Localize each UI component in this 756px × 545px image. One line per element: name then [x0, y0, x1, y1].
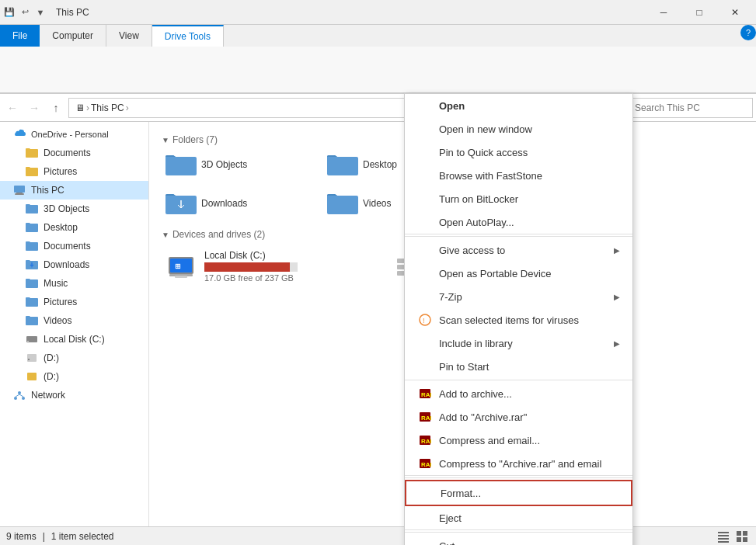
ctx-add-rar[interactable]: RAR Add to "Archive.rar"	[405, 405, 632, 429]
ctx-bitlocker-icon	[417, 191, 433, 207]
search-box[interactable]: 🔍	[613, 98, 753, 118]
documents2-icon	[25, 239, 39, 253]
ctx-add-archive-icon: RAR	[417, 386, 433, 401]
ctx-give-access-label: Give access to	[439, 245, 505, 256]
ctx-format-label: Format...	[441, 488, 481, 499]
d-drive2-icon	[25, 370, 39, 384]
ctx-open-portable[interactable]: Open as Portable Device	[405, 262, 632, 285]
svg-point-25	[420, 314, 430, 325]
sidebar-item-onedrive[interactable]: OneDrive - Personal	[0, 125, 148, 144]
svg-point-10	[14, 397, 17, 400]
ctx-eject[interactable]: Eject	[405, 506, 632, 530]
music-label: Music	[44, 278, 142, 289]
title-bar: 💾 ↩ ▼ This PC ─ □ ✕	[0, 0, 756, 25]
up-button[interactable]: ↑	[47, 99, 65, 117]
folder-desktop-name: Desktop	[363, 159, 397, 170]
close-button[interactable]: ✕	[717, 0, 753, 25]
ctx-compress-email[interactable]: RAR Compress and email...	[405, 429, 632, 452]
ctx-autoplay[interactable]: Open AutoPlay...	[405, 210, 632, 234]
ctx-open[interactable]: Open	[405, 94, 632, 117]
ctx-add-rar-icon: RAR	[417, 409, 433, 425]
ribbon-content	[0, 47, 756, 93]
ctx-compress-rar-email[interactable]: RAR Compress to "Archive.rar" and email	[405, 452, 632, 476]
ctx-bitlocker[interactable]: Turn on BitLocker	[405, 187, 632, 210]
tab-drive-tools[interactable]: Drive Tools	[152, 25, 224, 47]
status-spacer: |	[43, 531, 45, 542]
ribbon-tab-bar: File Computer View Drive Tools ?	[0, 25, 756, 47]
ctx-sep3	[405, 477, 632, 478]
sidebar-item-pictures2[interactable]: Pictures	[0, 293, 148, 311]
sidebar-item-music[interactable]: Music	[0, 274, 148, 293]
ctx-scan-viruses[interactable]: ! Scan selected items for viruses	[405, 308, 632, 332]
sidebar-item-videos[interactable]: Videos	[0, 311, 148, 330]
pictures2-label: Pictures	[44, 297, 142, 307]
details-view-icon[interactable]	[716, 529, 731, 544]
ctx-add-rar-label: Add to "Archive.rar"	[439, 411, 527, 423]
drive-c-size: 17.0 GB free of 237 GB	[204, 273, 375, 283]
maximize-button[interactable]: □	[681, 0, 717, 25]
folders-arrow: ▼	[162, 136, 169, 144]
svg-rect-7	[28, 359, 30, 360]
large-icons-view-icon[interactable]	[734, 529, 750, 544]
folder-downloads[interactable]: Downloads	[162, 187, 317, 220]
folder-videos-icon	[327, 191, 358, 216]
ctx-give-access-arrow: ▶	[614, 246, 620, 255]
videos-label: Videos	[44, 315, 142, 326]
svg-text:RAR: RAR	[421, 461, 431, 468]
ctx-pin-qa-label: Pin to Quick access	[439, 147, 528, 158]
ctx-pin-start[interactable]: Pin to Start	[405, 355, 632, 378]
local-disk-c-icon	[25, 332, 39, 346]
sidebar-item-d-drive1[interactable]: (D:)	[0, 349, 148, 367]
ctx-7zip-label: 7-Zip	[439, 291, 462, 303]
tab-computer[interactable]: Computer	[40, 25, 106, 47]
svg-rect-42	[743, 537, 747, 542]
forward-button[interactable]: →	[25, 99, 44, 117]
sidebar-item-documents2[interactable]: Documents	[0, 237, 148, 255]
tab-file[interactable]: File	[0, 25, 40, 47]
undo-icon[interactable]: ↩	[19, 6, 31, 19]
ctx-browse-fs-label: Browse with FastStone	[439, 170, 542, 182]
ctx-format[interactable]: Format...	[405, 480, 632, 506]
tab-view[interactable]: View	[106, 25, 152, 47]
pictures-label: Pictures	[44, 166, 142, 177]
sidebar-item-desktop[interactable]: Desktop	[0, 218, 148, 237]
save-icon[interactable]: 💾	[3, 6, 16, 19]
3dobjects-label: 3D Objects	[44, 203, 142, 214]
back-button[interactable]: ←	[3, 99, 22, 117]
folder-pictures-icon	[25, 165, 39, 179]
ctx-7zip[interactable]: 7-Zip ▶	[405, 285, 632, 308]
ctx-cut[interactable]: Cut	[405, 534, 632, 545]
ctx-pin-quick-access[interactable]: Pin to Quick access	[405, 141, 632, 164]
ctx-add-archive-label: Add to archive...	[439, 388, 512, 400]
sidebar-item-downloads[interactable]: Downloads	[0, 255, 148, 274]
folder-3dobjects-name: 3D Objects	[201, 159, 247, 170]
sidebar-item-d-drive2[interactable]: (D:)	[0, 367, 148, 386]
svg-rect-37	[718, 538, 729, 540]
svg-rect-35	[718, 532, 729, 533]
ctx-7zip-icon	[417, 289, 433, 304]
sidebar-item-3dobjects[interactable]: 3D Objects	[0, 200, 148, 218]
sidebar-item-pictures[interactable]: Pictures	[0, 162, 148, 181]
sidebar-item-network[interactable]: Network	[0, 386, 148, 404]
sidebar-item-local-disk-c[interactable]: Local Disk (C:)	[0, 330, 148, 349]
ctx-browse-faststone[interactable]: Browse with FastStone	[405, 164, 632, 187]
folder-3dobjects[interactable]: 3D Objects	[162, 148, 317, 181]
folder-videos-name: Videos	[363, 198, 391, 209]
ctx-cut-label: Cut	[439, 540, 455, 546]
minimize-button[interactable]: ─	[646, 0, 681, 25]
ctx-include-library[interactable]: Include in library ▶	[405, 332, 632, 355]
ctx-pin-qa-icon	[417, 144, 433, 160]
ctx-open-new-window[interactable]: Open in new window	[405, 117, 632, 141]
drive-c[interactable]: ⊞ Local Disk (C:) 17.0 GB free of 237 GB	[162, 246, 379, 286]
sidebar-item-this-pc[interactable]: This PC	[0, 181, 148, 200]
ctx-give-access[interactable]: Give access to ▶	[405, 238, 632, 262]
help-button[interactable]: ?	[740, 25, 756, 40]
folder-downloads-name: Downloads	[201, 198, 247, 209]
sidebar-item-documents[interactable]: Documents	[0, 144, 148, 162]
dropdown-icon[interactable]: ▼	[34, 6, 47, 19]
this-pc-icon	[12, 183, 26, 197]
search-input[interactable]	[635, 102, 736, 113]
d-drive1-label: (D:)	[44, 352, 142, 363]
ctx-add-archive[interactable]: RAR Add to archive...	[405, 382, 632, 405]
svg-line-13	[19, 394, 23, 397]
